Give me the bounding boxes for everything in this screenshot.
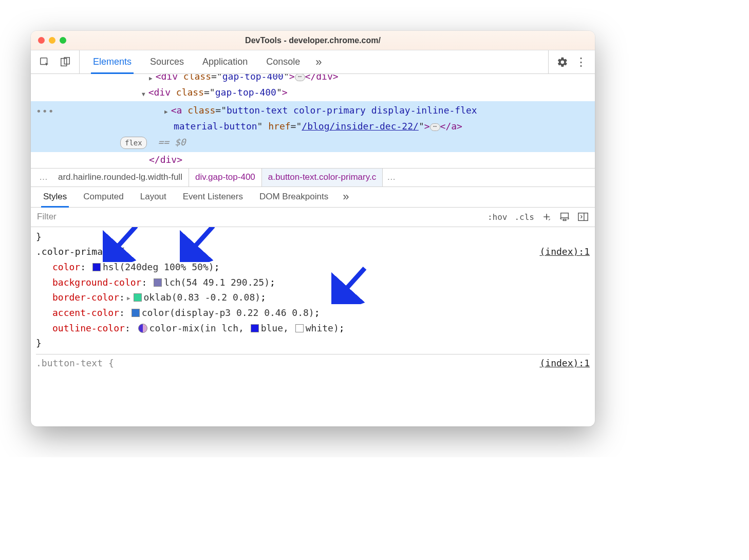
- css-declaration[interactable]: color: hsl(240deg 100% 50%);: [36, 259, 590, 275]
- subtab-event-listeners[interactable]: Event Listeners: [175, 187, 251, 207]
- panel-tabs: Elements Sources Application Console »: [80, 50, 548, 73]
- collapse-triangle-icon[interactable]: [142, 86, 145, 101]
- css-selector[interactable]: .color-primary {: [36, 246, 125, 257]
- toggle-hov-button[interactable]: :hov: [488, 212, 508, 222]
- expand-triangle-icon[interactable]: [149, 74, 153, 84]
- device-toolbar-icon[interactable]: [60, 57, 71, 68]
- more-options-icon[interactable]: ⋮: [574, 55, 588, 69]
- tab-sources[interactable]: Sources: [141, 50, 193, 73]
- color-swatch-icon[interactable]: [134, 293, 142, 302]
- css-declaration[interactable]: background-color: lch(54 49.1 290.25);: [36, 275, 590, 290]
- tabs-overflow-button[interactable]: »: [309, 50, 328, 73]
- titlebar: DevTools - developer.chrome.com/: [31, 31, 595, 50]
- breadcrumb-overflow-left[interactable]: …: [35, 172, 52, 182]
- breadcrumb-item[interactable]: div.gap-top-400: [189, 169, 262, 186]
- toolbar-inspect-group: [31, 50, 80, 73]
- dom-tree[interactable]: <div class="gap-top-400">⋯</div> <div cl…: [31, 74, 595, 168]
- rule-source-link[interactable]: (index):1: [539, 244, 590, 259]
- toggle-cls-button[interactable]: .cls: [514, 212, 534, 222]
- color-swatch-icon[interactable]: [154, 278, 162, 287]
- expand-triangle-icon[interactable]: [164, 103, 168, 118]
- rule-source-link[interactable]: (index):1: [539, 356, 590, 371]
- toolbar-right: ⋮: [548, 50, 595, 73]
- flex-badge[interactable]: flex: [120, 137, 147, 149]
- breadcrumb-item-selected[interactable]: a.button-text.color-primary.c: [262, 169, 383, 186]
- color-swatch-icon[interactable]: [295, 324, 304, 332]
- css-declaration[interactable]: accent-color: color(display-p3 0.22 0.46…: [36, 305, 590, 321]
- dom-node-selected[interactable]: ••• <a class="button-text color-primary …: [31, 101, 595, 152]
- tab-elements[interactable]: Elements: [84, 50, 141, 73]
- expand-triangle-icon[interactable]: ▶: [127, 294, 130, 303]
- dom-node[interactable]: <div class="gap-top-400">⋯</div>: [31, 74, 595, 85]
- rule-close-brace: }: [36, 229, 590, 245]
- inspect-element-icon[interactable]: [39, 57, 50, 68]
- rule-close-brace: }: [36, 335, 590, 351]
- main-toolbar: Elements Sources Application Console » ⋮: [31, 50, 595, 74]
- color-swatch-icon[interactable]: [251, 324, 259, 332]
- color-mix-swatch-icon[interactable]: [138, 324, 147, 333]
- breadcrumb-item[interactable]: ard.hairline.rounded-lg.width-full: [52, 169, 189, 186]
- svg-rect-4: [563, 219, 566, 221]
- settings-gear-icon[interactable]: [556, 55, 569, 69]
- tab-application[interactable]: Application: [193, 50, 257, 73]
- svg-rect-3: [561, 213, 569, 218]
- collapsed-ellipsis-icon[interactable]: ⋯: [295, 74, 305, 81]
- window-title: DevTools - developer.chrome.com/: [31, 36, 595, 45]
- styles-filter-input[interactable]: [31, 208, 481, 227]
- breadcrumb-overflow-right[interactable]: …: [383, 172, 400, 182]
- styles-filter-row: :hov .cls: [31, 208, 595, 227]
- subtab-styles[interactable]: Styles: [35, 187, 75, 207]
- css-declaration[interactable]: border-color:▶oklab(0.83 -0.2 0.08);: [36, 290, 590, 305]
- dom-node[interactable]: <div class="gap-top-400">: [31, 85, 595, 101]
- subtab-layout[interactable]: Layout: [132, 187, 175, 207]
- computed-sidebar-toggle-icon[interactable]: [577, 212, 589, 222]
- gutter-overflow-icon[interactable]: •••: [36, 104, 54, 119]
- subtab-computed[interactable]: Computed: [75, 187, 132, 207]
- breadcrumb[interactable]: … ard.hairline.rounded-lg.width-full div…: [31, 168, 595, 187]
- collapsed-ellipsis-icon[interactable]: ⋯: [430, 123, 440, 131]
- styles-pane[interactable]: } (index):1 .color-primary { color: hsl(…: [31, 227, 595, 426]
- svg-rect-5: [578, 213, 588, 221]
- css-rule-cutoff: (index):1 .button-text {: [36, 354, 590, 371]
- new-rule-icon[interactable]: [541, 212, 552, 222]
- href-link[interactable]: /blog/insider-dec-22/: [302, 121, 419, 132]
- attr-value: gap-top-400: [222, 74, 284, 82]
- devtools-window: DevTools - developer.chrome.com/ Element…: [31, 31, 595, 426]
- subtabs-overflow-button[interactable]: »: [336, 187, 355, 207]
- attr-name: class: [183, 74, 211, 82]
- styles-subtabs: Styles Computed Layout Event Listeners D…: [31, 187, 595, 208]
- svg-rect-1: [61, 58, 67, 66]
- color-swatch-icon[interactable]: [132, 309, 140, 317]
- subtab-dom-breakpoints[interactable]: DOM Breakpoints: [251, 187, 336, 207]
- css-declaration[interactable]: outline-color: color-mix(in lch, blue, w…: [36, 321, 590, 336]
- dom-node-close[interactable]: </div>: [31, 152, 595, 168]
- css-rule[interactable]: (index):1 .color-primary { color: hsl(24…: [36, 244, 590, 351]
- rendering-emulations-icon[interactable]: [559, 212, 570, 222]
- color-swatch-icon[interactable]: [92, 263, 101, 271]
- tab-console[interactable]: Console: [257, 50, 309, 73]
- console-ref: == $0: [158, 137, 185, 147]
